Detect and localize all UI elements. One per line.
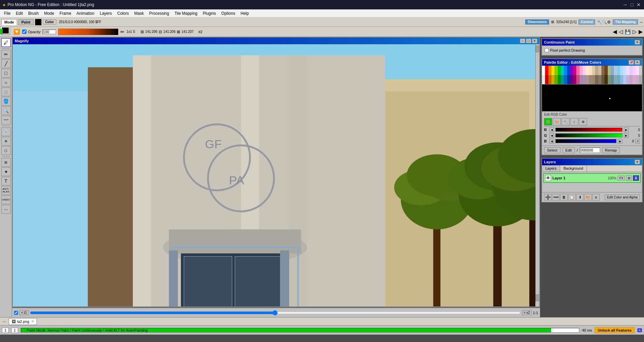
pal-22[interactable] — [611, 66, 614, 75]
tool-line[interactable]: ╱ — [1, 59, 11, 68]
close-btn[interactable]: ✕ — [636, 2, 641, 7]
pal-57[interactable] — [620, 75, 623, 84]
pal-44[interactable] — [580, 75, 583, 84]
magnify-close[interactable]: ✕ — [532, 39, 537, 43]
color-swatch[interactable] — [35, 19, 42, 25]
pal-49[interactable] — [595, 75, 598, 84]
pal-50[interactable] — [598, 75, 601, 84]
pal-icon-extra[interactable]: ⚙ — [579, 118, 587, 125]
tool-pencil[interactable]: ✏ — [1, 50, 11, 59]
b-dec[interactable]: ◀ — [549, 139, 554, 144]
pal-5[interactable] — [558, 66, 561, 75]
layer-fx-btn[interactable]: FX — [618, 176, 625, 180]
pal-11[interactable] — [576, 66, 579, 75]
b-track[interactable] — [555, 139, 616, 143]
pal-4[interactable] — [554, 66, 557, 75]
palette-close[interactable]: ✕ — [635, 60, 640, 65]
pal-46[interactable] — [586, 75, 589, 84]
arrow-left2[interactable]: ◁ — [619, 28, 623, 35]
tool-undo[interactable]: UNDO — [1, 195, 11, 204]
nav-prev[interactable]: < t1 — [19, 310, 29, 315]
pal-40[interactable] — [567, 75, 570, 84]
layers-merge-btn[interactable]: ⬇ — [576, 194, 584, 201]
g-dec[interactable]: ◀ — [549, 133, 554, 138]
tab-more[interactable]: ··· — [1, 319, 7, 325]
layer-eye-icon[interactable]: 👁 — [545, 175, 551, 181]
frame-scrubber[interactable] — [30, 311, 521, 315]
menu-frame[interactable]: Frame — [57, 10, 74, 16]
pal-61[interactable] — [633, 75, 636, 84]
tab-close-btn[interactable]: ✕ — [31, 320, 34, 323]
tool-antialias[interactable]: ANTIALAS — [1, 186, 11, 195]
pal-24[interactable] — [617, 66, 620, 75]
pal-27[interactable] — [626, 66, 629, 75]
nav-next[interactable]: > x2 — [522, 310, 532, 315]
palette-pin[interactable]: 📌 — [629, 60, 634, 65]
unlock-btn[interactable]: Unlock all Features — [595, 327, 635, 333]
opacity-input[interactable] — [43, 30, 56, 34]
cont-paint-close[interactable]: ✕ — [635, 40, 640, 45]
pal-42[interactable] — [573, 75, 576, 84]
pal-55[interactable] — [614, 75, 617, 84]
pal-48[interactable] — [592, 75, 595, 84]
tool-select-rect[interactable]: ⬚ — [1, 88, 11, 96]
layers-delete-btn[interactable]: 🗑 — [560, 194, 568, 201]
tool-eyedrop[interactable]: 💉 — [1, 127, 11, 136]
menu-file[interactable]: File — [1, 10, 13, 16]
pal-9[interactable] — [570, 66, 573, 75]
pal-34[interactable] — [548, 75, 551, 84]
pal-41[interactable] — [570, 75, 573, 84]
pal-45[interactable] — [583, 75, 586, 84]
pal-59[interactable] — [626, 75, 629, 84]
pal-35[interactable] — [551, 75, 554, 84]
r-dec[interactable]: ◀ — [549, 127, 554, 132]
save-icon[interactable]: 💾 — [625, 29, 631, 35]
menu-colors[interactable]: Colors — [115, 10, 132, 16]
pal-30[interactable] — [636, 66, 639, 75]
hex-color-input[interactable] — [580, 148, 600, 153]
layers-remove-btn[interactable]: ➖ — [552, 194, 559, 201]
palette-black-area[interactable] — [542, 84, 642, 111]
pal-6[interactable] — [561, 66, 564, 75]
pixel-perfect-checkbox[interactable] — [545, 48, 549, 52]
pal-33[interactable] — [545, 75, 548, 84]
palette-edit-btn[interactable]: Edit — [562, 147, 575, 153]
v-scroll-end[interactable] — [536, 294, 539, 301]
tool-select-lasso[interactable]: ⬡ — [1, 146, 11, 155]
menu-mask[interactable]: Mask — [131, 10, 147, 16]
pal-13[interactable] — [583, 66, 586, 75]
menu-help[interactable]: Help — [238, 10, 252, 16]
pal-63[interactable] — [639, 75, 642, 84]
pal-36[interactable] — [554, 75, 557, 84]
pal-8[interactable] — [567, 66, 570, 75]
pal-12[interactable] — [580, 66, 583, 75]
minimize-btn[interactable]: ─ — [623, 2, 628, 7]
maximize-btn[interactable]: □ — [629, 2, 635, 7]
magnify-maximize[interactable]: □ — [526, 39, 531, 43]
pal-14[interactable] — [586, 66, 589, 75]
v-scrollbar[interactable] — [535, 44, 539, 302]
tool-transform[interactable]: ✚ — [1, 167, 11, 176]
pal-32[interactable] — [542, 75, 545, 84]
pal-29[interactable] — [633, 66, 636, 75]
palette-select-btn[interactable]: Select — [544, 147, 560, 153]
pal-60[interactable] — [630, 75, 633, 84]
arrow-right2[interactable]: ▶ — [639, 28, 643, 35]
pal-28[interactable] — [630, 66, 633, 75]
menu-layers[interactable]: Layers — [97, 10, 114, 16]
pal-19[interactable] — [601, 66, 604, 75]
pal-25[interactable] — [620, 66, 623, 75]
pal-icon-gradient[interactable]: 🎨 — [553, 118, 561, 125]
edit-color-alpha-btn[interactable]: Edit Color and Alpha — [605, 194, 640, 200]
pal-icon-sort[interactable]: ↕ — [570, 118, 578, 125]
tool-fill[interactable]: 🪣 — [1, 97, 11, 106]
pal-23[interactable] — [614, 66, 617, 75]
tool-smear[interactable]: 〰 — [1, 116, 11, 124]
opacity-checkbox[interactable] — [22, 30, 26, 34]
r-inc[interactable]: ▶ — [624, 127, 629, 132]
menu-tilemapping[interactable]: Tile Mapping — [172, 10, 200, 16]
layers-alpha-btn[interactable]: α — [592, 194, 600, 201]
pal-3[interactable] — [551, 66, 554, 75]
layers-add-btn[interactable]: ➕ — [544, 194, 551, 201]
pal-53[interactable] — [608, 75, 611, 84]
